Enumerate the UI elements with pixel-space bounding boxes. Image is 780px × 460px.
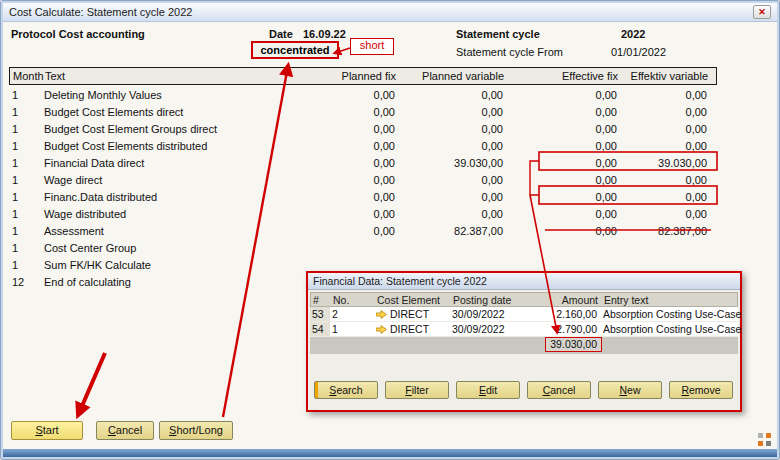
remove-button[interactable]: Remove bbox=[669, 381, 733, 399]
financial-data-titlebar[interactable]: Financial Data: Statement cycle 2022 bbox=[308, 273, 740, 290]
fin-column-no: No. bbox=[331, 294, 375, 306]
table-row[interactable]: 1 Wage distributed 0,00 0,00 0,00 0,00 bbox=[9, 205, 717, 222]
financial-data-title: Financial Data: Statement cycle 2022 bbox=[313, 275, 487, 287]
protocol-table-body: 1 Deleting Monthly Values 0,00 0,00 0,00… bbox=[9, 86, 717, 290]
cancel-button[interactable]: Cancel bbox=[96, 421, 154, 440]
cell-effective-fix: 0,00 bbox=[507, 208, 621, 220]
cell-text: Assessment bbox=[41, 225, 299, 237]
cell-cost-element-text: DIRECT bbox=[390, 308, 429, 320]
window-titlebar[interactable]: Cost Calculate: Statement cycle 2022 ✕ bbox=[3, 3, 777, 22]
cell-month: 1 bbox=[9, 123, 41, 135]
table-row[interactable]: 1 Budget Cost Elements direct 0,00 0,00 … bbox=[9, 103, 717, 120]
filter-button[interactable]: Filter bbox=[385, 381, 449, 399]
short-long-button[interactable]: Short/Long bbox=[159, 421, 233, 440]
cell-planned-fix: 0,00 bbox=[299, 191, 399, 203]
table-row[interactable]: 1 Wage direct 0,00 0,00 0,00 0,00 bbox=[9, 171, 717, 188]
cell-entry-text: Absorption Costing Use-Case bbox=[601, 323, 741, 335]
cell-effective-fix: 0,00 bbox=[507, 106, 621, 118]
cell-effektiv-variable: 0,00 bbox=[621, 106, 711, 118]
cell-month: 1 bbox=[9, 89, 41, 101]
window-title: Cost Calculate: Statement cycle 2022 bbox=[9, 6, 192, 18]
start-button[interactable]: Start bbox=[11, 421, 83, 440]
cell-text: Sum FK/HK Calculate bbox=[41, 259, 299, 271]
cell-month: 1 bbox=[9, 225, 41, 237]
statement-cycle-label: Statement cycle bbox=[456, 28, 540, 40]
cell-posting-date: 30/09/2022 bbox=[450, 308, 528, 320]
column-header-planned-variable: Planned variable bbox=[400, 70, 508, 82]
cell-text: Budget Cost Elements direct bbox=[41, 106, 299, 118]
cell-effective-fix: 0,00 bbox=[507, 89, 621, 101]
cell-effektiv-variable: 0,00 bbox=[621, 208, 711, 220]
table-row[interactable]: 1 Assessment 0,00 82.387,00 0,00 82.387,… bbox=[9, 222, 717, 239]
date-value: 16.09.22 bbox=[303, 28, 346, 40]
cell-effektiv-variable: 0,00 bbox=[621, 174, 711, 186]
cell-planned-variable: 82.387,00 bbox=[399, 225, 507, 237]
protocol-title: Protocol Cost accounting bbox=[11, 28, 145, 40]
cell-planned-variable: 0,00 bbox=[399, 174, 507, 186]
cell-month: 1 bbox=[9, 208, 41, 220]
table-row[interactable]: 1 Financ.Data distributed 0,00 0,00 0,00… bbox=[9, 188, 717, 205]
window-bottom-frame bbox=[3, 449, 777, 457]
cell-planned-variable: 0,00 bbox=[399, 208, 507, 220]
cell-month: 1 bbox=[9, 259, 41, 271]
cell-month: 1 bbox=[9, 140, 41, 152]
cell-planned-fix: 0,00 bbox=[299, 106, 399, 118]
table-row[interactable]: 1 Financial Data direct 0,00 39.030,00 0… bbox=[9, 154, 717, 171]
column-header-effective-fix: Effective fix bbox=[508, 70, 622, 82]
table-row[interactable]: 1 Deleting Monthly Values 0,00 0,00 0,00… bbox=[9, 86, 717, 103]
cell-planned-variable: 0,00 bbox=[399, 106, 507, 118]
new-button[interactable]: New bbox=[598, 381, 662, 399]
sum-value: 39.030,00 bbox=[545, 337, 602, 352]
cell-planned-fix: 0,00 bbox=[299, 157, 399, 169]
cell-month: 1 bbox=[9, 174, 41, 186]
cell-month: 12 bbox=[9, 276, 41, 288]
search-button[interactable]: Search bbox=[314, 381, 378, 399]
table-row[interactable]: 1 Budget Cost Element Groups direct 0,00… bbox=[9, 120, 717, 137]
cell-month: 1 bbox=[9, 157, 41, 169]
cell-effective-fix: 0,00 bbox=[507, 123, 621, 135]
overlay-cancel-button[interactable]: Cancel bbox=[527, 381, 591, 399]
cell-effective-fix: 0,00 bbox=[507, 191, 621, 203]
cell-amount: 2.790,00 bbox=[528, 323, 601, 335]
financial-rows: 53 2 DIRECT 30/09/2022 2.160,00 Absorpti… bbox=[310, 307, 738, 337]
mode-field: concentrated bbox=[251, 41, 339, 59]
financial-row[interactable]: 54 1 DIRECT 30/09/2022 2.790,00 Absorpti… bbox=[310, 322, 738, 337]
cell-month: 1 bbox=[9, 106, 41, 118]
cell-no: 2 bbox=[330, 308, 374, 320]
financial-row[interactable]: 53 2 DIRECT 30/09/2022 2.160,00 Absorpti… bbox=[310, 307, 738, 322]
cell-posting-date: 30/09/2022 bbox=[450, 323, 528, 335]
direct-arrow-icon bbox=[376, 310, 387, 319]
cell-effektiv-variable: 82.387,00 bbox=[621, 225, 711, 237]
table-row[interactable]: 1 Cost Center Group bbox=[9, 239, 717, 256]
cell-row-number: 54 bbox=[310, 322, 330, 336]
statement-cycle-from-value: 01/01/2022 bbox=[611, 46, 666, 58]
cell-effektiv-variable: 0,00 bbox=[621, 89, 711, 101]
cost-calculate-window: Cost Calculate: Statement cycle 2022 ✕ P… bbox=[0, 0, 780, 460]
financial-grid-header: # No. Cost Element Posting date Amount E… bbox=[310, 292, 738, 307]
cell-cost-element: DIRECT bbox=[374, 308, 450, 320]
close-icon[interactable]: ✕ bbox=[753, 5, 771, 19]
column-header-effektiv-variable: Effektiv variable bbox=[622, 70, 712, 82]
cell-effective-fix: 0,00 bbox=[507, 225, 621, 237]
protocol-table-header: Month Text Planned fix Planned variable … bbox=[9, 67, 717, 85]
cell-effektiv-variable: 0,00 bbox=[621, 123, 711, 135]
cell-text: Deleting Monthly Values bbox=[41, 89, 299, 101]
cell-planned-fix: 0,00 bbox=[299, 123, 399, 135]
edit-button[interactable]: Edit bbox=[456, 381, 520, 399]
cell-planned-fix: 0,00 bbox=[299, 174, 399, 186]
statement-cycle-from-label: Statement cycle From bbox=[456, 46, 563, 58]
cell-text: Financ.Data distributed bbox=[41, 191, 299, 203]
cell-effective-fix: 0,00 bbox=[507, 157, 621, 169]
financial-data-window: Financial Data: Statement cycle 2022 # N… bbox=[306, 271, 742, 412]
cell-month: 1 bbox=[9, 191, 41, 203]
financial-sum-row: 39.030,00 bbox=[310, 337, 738, 354]
cell-text: Cost Center Group bbox=[41, 242, 299, 254]
cell-effektiv-variable: 0,00 bbox=[621, 191, 711, 203]
table-row[interactable]: 1 Budget Cost Elements distributed 0,00 … bbox=[9, 137, 717, 154]
cell-planned-fix: 0,00 bbox=[299, 225, 399, 237]
cell-planned-variable: 0,00 bbox=[399, 140, 507, 152]
resize-grip[interactable] bbox=[758, 433, 771, 446]
cell-text: Budget Cost Element Groups direct bbox=[41, 123, 299, 135]
fin-column-amount: Amount bbox=[529, 294, 602, 306]
cell-effective-fix: 0,00 bbox=[507, 140, 621, 152]
